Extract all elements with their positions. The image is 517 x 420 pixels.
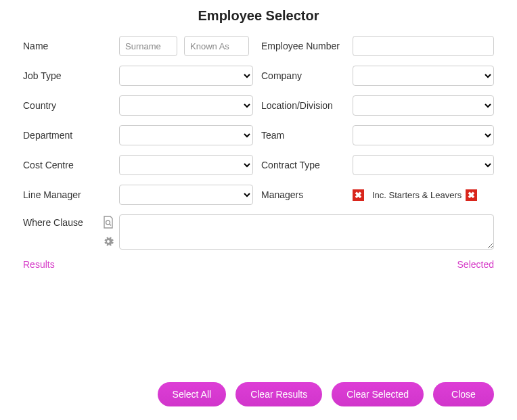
clear-selected-button[interactable]: Clear Selected xyxy=(332,382,424,406)
button-bar: Select All Clear Results Clear Selected … xyxy=(158,382,494,406)
line-manager-select[interactable] xyxy=(119,185,253,205)
location-division-select[interactable] xyxy=(353,95,494,116)
page-title: Employee Selector xyxy=(0,0,517,36)
department-select[interactable] xyxy=(119,125,253,145)
gear-icon[interactable] xyxy=(102,235,115,248)
svg-line-1 xyxy=(110,224,111,225)
country-select[interactable] xyxy=(119,95,253,116)
department-label: Department xyxy=(23,130,119,141)
inc-starters-leavers-label: Inc. Starters & Leavers xyxy=(372,190,462,200)
company-select[interactable] xyxy=(353,66,494,86)
cost-centre-select[interactable] xyxy=(119,155,253,175)
known-as-input[interactable] xyxy=(184,36,249,56)
where-clause-textarea[interactable] xyxy=(119,214,494,250)
surname-input[interactable] xyxy=(119,36,177,56)
contract-type-select[interactable] xyxy=(353,155,494,175)
managers-checkbox[interactable]: ✖ xyxy=(353,189,364,201)
filter-form: Name Employee Number Job Type Company Co… xyxy=(0,36,517,205)
managers-label: Managers xyxy=(261,189,353,200)
contract-type-label: Contract Type xyxy=(261,160,353,170)
job-type-label: Job Type xyxy=(23,70,119,81)
search-doc-icon[interactable] xyxy=(102,216,115,229)
line-manager-label: Line Manager xyxy=(23,189,119,200)
team-select[interactable] xyxy=(353,125,494,145)
select-all-button[interactable]: Select All xyxy=(158,382,227,406)
svg-point-2 xyxy=(107,240,110,243)
location-division-label: Location/Division xyxy=(261,100,353,111)
clear-results-button[interactable]: Clear Results xyxy=(235,382,322,406)
tab-selected[interactable]: Selected xyxy=(457,259,494,270)
tab-results[interactable]: Results xyxy=(23,259,55,270)
employee-number-input[interactable] xyxy=(353,36,494,56)
svg-point-0 xyxy=(106,220,110,225)
employee-number-label: Employee Number xyxy=(261,41,353,51)
company-label: Company xyxy=(261,70,353,81)
inc-starters-leavers-checkbox[interactable]: ✖ xyxy=(466,189,477,201)
job-type-select[interactable] xyxy=(119,66,253,86)
cost-centre-label: Cost Centre xyxy=(23,160,119,170)
where-clause-label: Where Clause xyxy=(23,214,97,250)
close-button[interactable]: Close xyxy=(433,382,494,406)
team-label: Team xyxy=(261,130,353,141)
name-label: Name xyxy=(23,41,119,51)
country-label: Country xyxy=(23,100,119,111)
